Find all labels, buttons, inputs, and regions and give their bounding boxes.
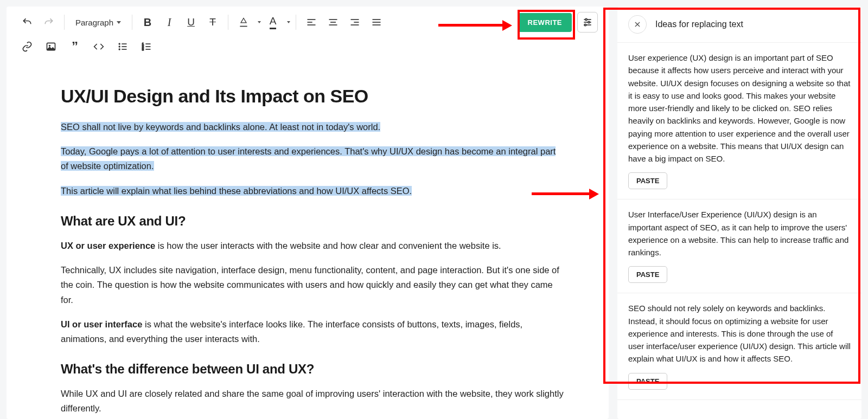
suggestions-list: User experience (UX) design is an import… [617,43,861,419]
panel-header: Ideas for replacing text [617,7,861,43]
paste-button[interactable]: PASTE [628,373,667,390]
link-button[interactable] [17,37,37,56]
svg-point-24 [119,49,120,50]
align-left-button[interactable] [302,12,321,32]
doc-paragraph: SEO shall not live by keywords and backl… [61,120,565,134]
paste-button[interactable]: PASTE [628,266,667,283]
undo-button[interactable] [17,12,37,32]
redo-button[interactable] [39,12,59,32]
doc-paragraph: This article will explain what lies behi… [61,184,565,198]
doc-heading: What are UX and UI? [61,214,565,229]
rewrite-settings-button[interactable] [577,12,598,33]
image-button[interactable] [41,37,61,56]
chevron-down-icon[interactable] [287,21,290,23]
underline-button[interactable]: U [181,12,201,32]
chevron-down-icon[interactable] [258,21,261,23]
doc-title: UX/UI Design and Its Impact on SEO [61,86,565,107]
bullet-list-button[interactable] [113,37,132,56]
suggestion-item: User Interface/User Experience (UI/UX) d… [617,199,861,293]
svg-point-15 [588,21,590,23]
doc-paragraph: UX or user experience is how the user in… [61,238,565,253]
align-justify-button[interactable] [367,12,386,32]
toolbar-row-2: ” 123 [7,36,609,64]
doc-paragraph: Today, Google pays a lot of attention to… [61,144,565,173]
align-center-button[interactable] [323,12,343,32]
svg-text:3: 3 [142,48,144,51]
suggestion-item: User experience (UX) design is an import… [617,43,861,199]
suggestion-text: User experience (UX) design is an import… [628,51,851,165]
text-color-button[interactable]: A [263,12,283,32]
chevron-down-icon [117,21,121,24]
panel-title: Ideas for replacing text [655,20,743,29]
rewrite-button[interactable]: REWRITE [518,13,572,32]
numbered-list-button[interactable]: 123 [137,37,156,56]
block-format-label: Paragraph [75,18,113,27]
strikethrough-button[interactable]: T [203,12,222,32]
paste-button[interactable]: PASTE [628,172,667,189]
quote-button[interactable]: ” [65,37,85,56]
svg-point-20 [119,43,120,44]
block-format-dropdown[interactable]: Paragraph [70,12,126,32]
doc-heading: What's the difference between UI and UX? [61,362,565,377]
suggestion-text: User Interface/User Experience (UI/UX) d… [628,208,851,259]
svg-point-19 [49,45,50,47]
svg-point-13 [585,18,587,20]
suggestion-item: SEO should not rely solely on keywords a… [617,293,861,399]
toolbar: Paragraph B I U T A [7,7,609,36]
suggestions-panel: Ideas for replacing text User experience… [617,7,861,419]
code-button[interactable] [89,37,108,56]
editor-panel: Paragraph B I U T A [7,7,609,419]
bold-button[interactable]: B [138,12,157,32]
doc-paragraph: UI or user interface is what the website… [61,317,565,346]
svg-point-22 [119,46,120,47]
align-right-button[interactable] [345,12,365,32]
suggestion-text: SEO should not rely solely on keywords a… [628,302,851,365]
doc-paragraph: While UX and UI are closely related and … [61,386,565,416]
svg-point-17 [584,24,586,25]
italic-button[interactable]: I [159,12,179,32]
highlight-color-button[interactable] [234,12,253,32]
document-body[interactable]: UX/UI Design and Its Impact on SEO SEO s… [7,64,609,419]
doc-paragraph: Technically, UX includes site navigation… [61,263,565,307]
close-button[interactable] [628,15,647,34]
